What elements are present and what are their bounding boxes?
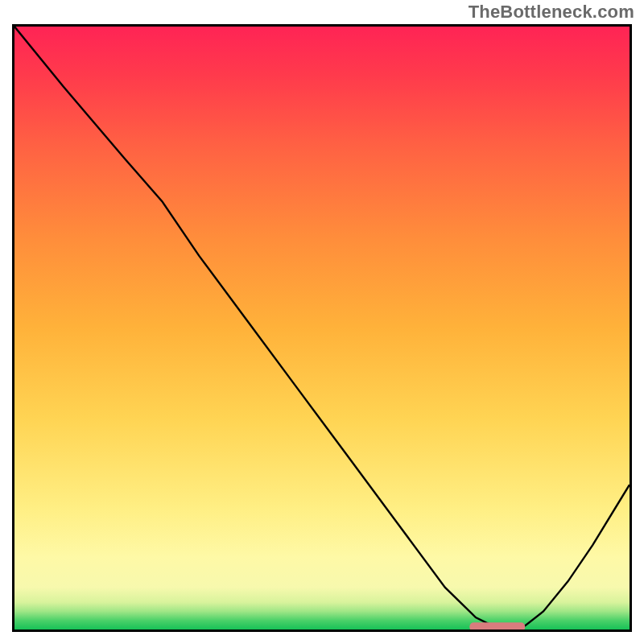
chart-container: TheBottleneck.com xyxy=(0,0,644,644)
watermark-text: TheBottleneck.com xyxy=(469,2,634,23)
chart-svg xyxy=(14,27,630,630)
minimum-marker xyxy=(469,622,525,630)
gradient-background xyxy=(14,27,630,630)
plot-area xyxy=(12,24,632,632)
